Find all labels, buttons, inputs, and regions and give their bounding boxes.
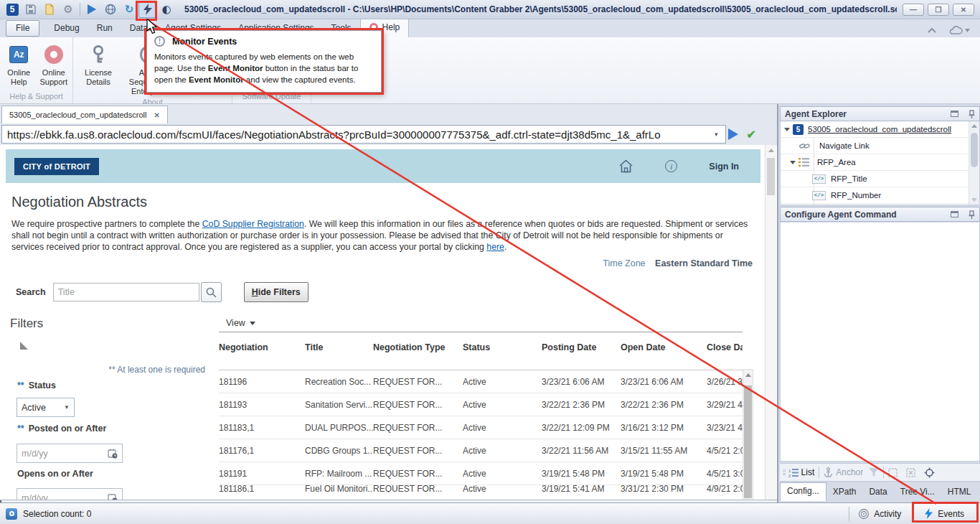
- configure-command-body: [780, 223, 980, 462]
- col-open-date[interactable]: Open Date: [621, 332, 707, 370]
- minimize-button[interactable]: —: [903, 4, 924, 16]
- opens-date-input[interactable]: [22, 493, 93, 501]
- col-title[interactable]: Title: [305, 332, 373, 370]
- close-button[interactable]: ✕: [953, 4, 974, 16]
- col-status[interactable]: Status: [463, 332, 542, 370]
- clear-selection-icon[interactable]: [906, 468, 915, 477]
- window-title: 53005_oraclecloud_com_updatedscroll - C:…: [184, 4, 897, 14]
- table-row[interactable]: 181183,1DUAL PURPOS...REQUEST FOR...Acti…: [219, 416, 743, 439]
- scroll-up-icon[interactable]: [971, 124, 977, 128]
- maximize-panel-icon[interactable]: [951, 111, 958, 117]
- scroll-up-icon[interactable]: [768, 149, 774, 152]
- restore-button[interactable]: ❐: [928, 4, 949, 16]
- tab-close-icon[interactable]: ✕: [154, 111, 159, 119]
- search-input[interactable]: [53, 283, 199, 301]
- tab-file[interactable]: File: [6, 20, 39, 37]
- info-icon[interactable]: i: [665, 160, 677, 172]
- configure-command-header: Configure Agent Command: [780, 207, 980, 222]
- tab-debug[interactable]: Debug: [45, 19, 88, 37]
- save-icon[interactable]: [22, 1, 40, 18]
- negotiations-table: Negotiation Title Negotiation Type Statu…: [219, 332, 743, 492]
- select-region-icon[interactable]: [888, 468, 897, 477]
- status-select[interactable]: Active ▼: [17, 398, 75, 417]
- tree-item-label: RFP_Area: [817, 158, 856, 167]
- tree-scrollbar[interactable]: [969, 121, 979, 205]
- online-support-button[interactable]: Online Support: [38, 39, 70, 87]
- url-dropdown-icon[interactable]: ▾: [715, 131, 718, 138]
- timezone: Time Zone Eastern Standard Time: [603, 258, 753, 268]
- table-row[interactable]: 181176,1CDBG Groups 1...REQUEST FOR...Ac…: [219, 439, 743, 462]
- scrollbar-thumb[interactable]: [767, 158, 775, 195]
- col-negotiation[interactable]: Negotiation: [219, 332, 305, 370]
- capture-icon: </>: [812, 191, 826, 200]
- scrollbar-thumb[interactable]: [744, 385, 752, 498]
- tree-item-navigate-link[interactable]: Navigate Link: [781, 138, 979, 154]
- validate-check-icon[interactable]: ✔: [747, 128, 756, 141]
- pin-icon[interactable]: [969, 110, 975, 118]
- tree-item-label: 53005_oraclecloud_com_updatedscroll: [808, 125, 951, 134]
- scrollbar-thumb[interactable]: [971, 133, 978, 167]
- tab-data[interactable]: Data: [862, 484, 893, 501]
- cloud-icon[interactable]: [948, 26, 970, 34]
- refresh-icon[interactable]: ↻: [120, 1, 138, 18]
- table-row[interactable]: 181193Sanitation Servi...REQUEST FOR...A…: [219, 393, 743, 416]
- view-menu[interactable]: View: [226, 318, 255, 328]
- tab-xpath[interactable]: XPath: [826, 484, 863, 501]
- hide-filters-button[interactable]: Hide Filters: [244, 282, 308, 302]
- calendar-icon[interactable]: [108, 449, 118, 459]
- expand-icon[interactable]: [790, 161, 796, 164]
- opens-date-field[interactable]: [17, 488, 123, 500]
- posted-date-input[interactable]: [22, 449, 93, 459]
- license-details-button[interactable]: License Details: [76, 39, 121, 87]
- tab-tree-view[interactable]: Tree Vi...: [894, 484, 941, 501]
- col-close-date[interactable]: Close Dat: [707, 332, 743, 370]
- anchor-button[interactable]: Anchor: [836, 467, 863, 477]
- contrast-icon[interactable]: ◐: [157, 1, 176, 18]
- expand-icon[interactable]: [784, 128, 790, 131]
- scroll-down-icon[interactable]: [971, 198, 977, 202]
- here-link[interactable]: here: [486, 242, 504, 252]
- target-icon[interactable]: [924, 467, 935, 478]
- filter-icon[interactable]: [869, 468, 879, 477]
- events-button[interactable]: Events: [938, 509, 964, 519]
- tree-item-rfp-area[interactable]: RFP_Area: [781, 154, 979, 171]
- home-icon[interactable]: [618, 159, 633, 173]
- navigate-button[interactable]: [728, 128, 738, 140]
- tree-item-rfp-title[interactable]: </> RFP_Title: [781, 171, 979, 187]
- document-tab[interactable]: 53005_oraclecloud_com_updatedscroll ✕: [1, 106, 168, 123]
- tab-configuration[interactable]: Config...: [780, 482, 826, 501]
- online-help-button[interactable]: Az Online Help: [3, 39, 35, 87]
- collapse-ribbon-icon[interactable]: [927, 27, 937, 33]
- posted-date-field[interactable]: [17, 444, 123, 463]
- maximize-panel-icon[interactable]: [951, 211, 958, 217]
- search-button[interactable]: [201, 282, 222, 302]
- table-row[interactable]: 181191RFP: Mailroom ...REQUEST FOR...Act…: [219, 462, 743, 485]
- browser-scrollbar[interactable]: [765, 145, 776, 500]
- col-posting-date[interactable]: Posting Date: [542, 332, 621, 370]
- tab-run[interactable]: Run: [88, 19, 121, 37]
- table-row[interactable]: 181186,1Fuel Oil Monitori...REQUEST FOR.…: [219, 485, 743, 492]
- activity-icon: [858, 508, 870, 520]
- sign-in-link[interactable]: Sign In: [709, 162, 739, 172]
- table-scrollbar[interactable]: [743, 369, 753, 500]
- tab-html[interactable]: HTML: [941, 484, 978, 501]
- table-row[interactable]: 181196Recreation Soc...REQUEST FOR...Act…: [219, 370, 743, 393]
- collapse-pane-icon[interactable]: [20, 342, 28, 350]
- open-file-icon[interactable]: [40, 1, 59, 18]
- grip-handle[interactable]: ⁞⁞: [783, 469, 786, 477]
- scroll-up-icon[interactable]: [745, 373, 751, 377]
- activity-button[interactable]: Activity: [874, 509, 901, 519]
- tree-item-root[interactable]: 5 53005_oraclecloud_com_updatedscroll: [781, 121, 979, 138]
- col-negotiation-type[interactable]: Negotiation Type: [373, 332, 463, 370]
- url-input[interactable]: [1, 125, 726, 144]
- supplier-registration-link[interactable]: CoD Supplier Registration: [202, 219, 304, 229]
- globe-icon[interactable]: [101, 1, 120, 18]
- pin-icon[interactable]: [969, 210, 975, 219]
- monitor-events-icon[interactable]: [138, 1, 157, 18]
- tree-item-rfp-number[interactable]: </> RFP_Number: [781, 187, 979, 204]
- run-icon[interactable]: [83, 1, 101, 18]
- opens-filter-label: Opens on or After: [17, 469, 93, 479]
- calendar-icon[interactable]: [108, 493, 118, 501]
- list-button[interactable]: List: [801, 467, 815, 477]
- gear-icon[interactable]: ⚙: [59, 1, 77, 18]
